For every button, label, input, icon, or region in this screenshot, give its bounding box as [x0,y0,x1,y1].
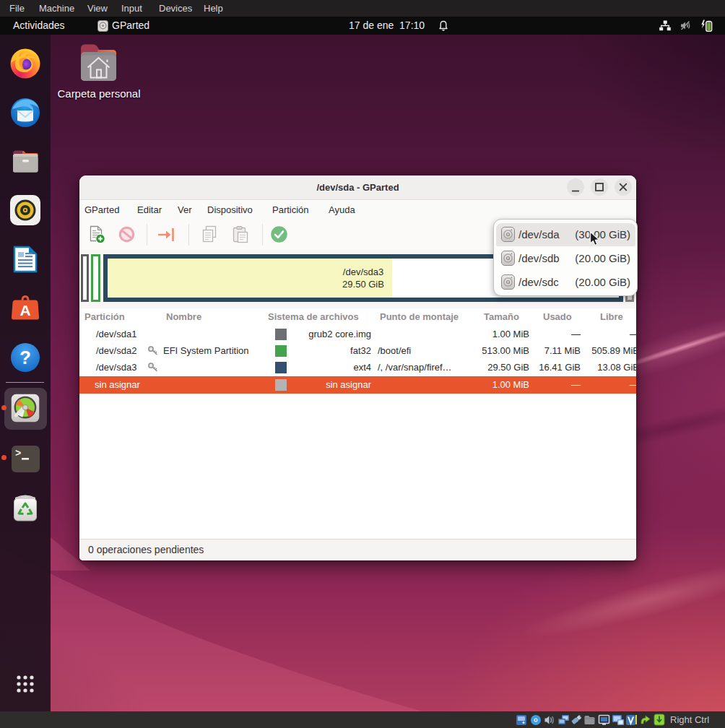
svg-text:?: ? [19,347,31,368]
svg-text:A: A [19,302,30,318]
svg-text:>: > [15,448,21,459]
